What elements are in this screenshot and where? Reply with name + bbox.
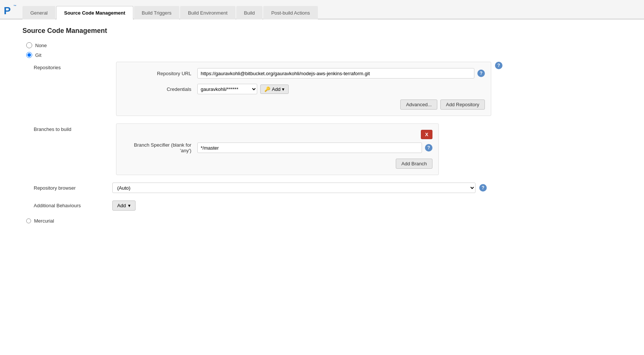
branch-specifier-input[interactable]	[197, 143, 422, 153]
page-title: Source Code Management	[22, 27, 622, 35]
repo-url-label: Repository URL	[122, 71, 197, 76]
branch-specifier-row: Branch Specifier (blank for 'any') ?	[122, 142, 432, 153]
remove-branch-button[interactable]: X	[421, 130, 432, 139]
radio-mercurial-label: Mercurial	[34, 218, 54, 224]
add-repository-button[interactable]: Add Repository	[440, 100, 485, 110]
radio-mercurial[interactable]: Mercurial	[26, 218, 622, 224]
radio-mercurial-input[interactable]	[26, 218, 31, 223]
repo-browser-select[interactable]: (Auto)	[112, 183, 476, 193]
add-behaviour-button[interactable]: Add ▾	[112, 201, 136, 211]
additional-behaviours-row: Additional Behaviours Add ▾	[34, 201, 622, 211]
add-branch-button[interactable]: Add Branch	[396, 159, 432, 169]
repo-url-input[interactable]	[197, 68, 474, 79]
repo-browser-label: Repository browser	[34, 185, 112, 191]
radio-git[interactable]: Git	[26, 52, 622, 58]
tab-scm[interactable]: Source Code Management	[56, 6, 133, 19]
advanced-button[interactable]: Advanced...	[400, 100, 437, 110]
add-cred-chevron: ▾	[282, 86, 285, 92]
repo-url-row: Repository URL ?	[122, 68, 485, 79]
tab-general[interactable]: General	[22, 6, 55, 19]
tab-build-env[interactable]: Build Environment	[180, 6, 236, 19]
logo: P ™	[3, 4, 18, 19]
branches-section: Branches to build X Branch Specifier (bl…	[34, 123, 622, 175]
credentials-select[interactable]: gauravkohli/******	[197, 84, 257, 94]
credentials-label: Credentials	[122, 86, 197, 92]
radio-git-input[interactable]	[26, 52, 32, 58]
add-behaviour-label: Add	[117, 203, 126, 208]
tab-bar: General Source Code Management Build Tri…	[0, 0, 644, 19]
radio-git-label: Git	[35, 52, 42, 58]
svg-text:P: P	[4, 5, 11, 16]
repositories-panel: Repository URL ? Credentials	[116, 62, 491, 116]
add-behaviour-chevron-icon: ▾	[128, 203, 131, 208]
repo-url-help-icon[interactable]: ?	[477, 70, 485, 77]
radio-none-input[interactable]	[26, 42, 32, 48]
additional-behaviours-label: Additional Behaviours	[34, 203, 112, 208]
repo-browser-row: Repository browser (Auto) ?	[34, 183, 622, 193]
add-cred-label: Add	[272, 86, 280, 92]
branches-label: Branches to build	[34, 123, 112, 132]
tab-build-triggers[interactable]: Build Triggers	[134, 6, 179, 19]
key-icon: 🔑	[264, 86, 270, 92]
repositories-help-icon[interactable]: ?	[495, 62, 502, 69]
add-credentials-button[interactable]: 🔑 Add ▾	[260, 85, 289, 94]
tab-post-build[interactable]: Post-build Actions	[263, 6, 318, 19]
branches-panel: X Branch Specifier (blank for 'any') ?	[116, 123, 439, 175]
radio-none[interactable]: None	[26, 42, 622, 48]
repo-buttons-row: Advanced... Add Repository	[122, 100, 485, 110]
tab-build[interactable]: Build	[236, 6, 263, 19]
add-branch-row: Add Branch	[122, 159, 432, 169]
radio-none-label: None	[35, 43, 47, 48]
repositories-label: Repositories	[34, 62, 112, 70]
branch-specifier-help-icon[interactable]: ?	[425, 144, 432, 152]
repositories-section: Repositories Repository URL ?	[34, 62, 622, 116]
repo-browser-help-icon[interactable]: ?	[479, 184, 487, 192]
branch-specifier-label: Branch Specifier (blank for 'any')	[122, 142, 197, 153]
remove-branch-row: X	[122, 130, 432, 139]
credentials-row: Credentials gauravkohli/****** 🔑 Add ▾	[122, 84, 485, 94]
